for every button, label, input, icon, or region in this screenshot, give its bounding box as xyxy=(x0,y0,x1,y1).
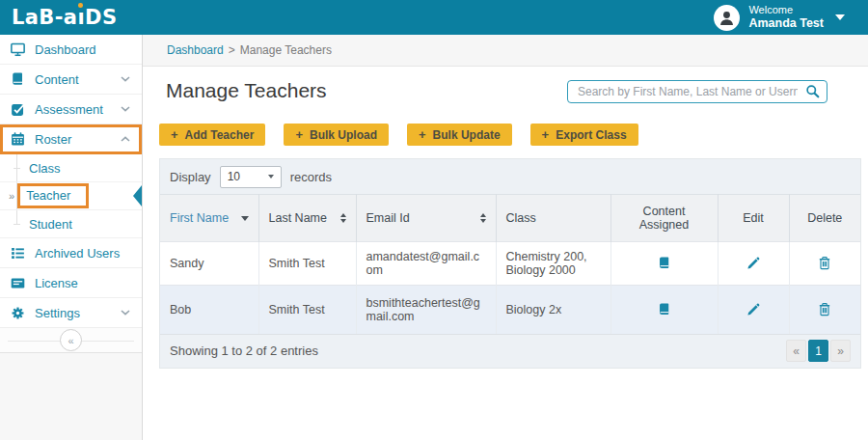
cell-class: Biology 2x xyxy=(496,286,610,334)
plus-icon: + xyxy=(542,127,550,142)
monitor-icon xyxy=(10,41,26,58)
cell-first-name: Sandy xyxy=(160,242,258,286)
edit-pencil-icon[interactable] xyxy=(746,256,761,271)
sidebar-label-student: Student xyxy=(29,217,72,232)
pagination-page-1-button[interactable]: 1 xyxy=(808,340,828,362)
column-header-content-assigned: Content Assigned xyxy=(610,195,718,242)
delete-trash-icon[interactable] xyxy=(817,256,832,271)
page-size-select[interactable]: 10 xyxy=(220,166,282,188)
sidebar-item-roster[interactable]: Roster xyxy=(0,124,142,154)
bulk-update-label: Bulk Update xyxy=(433,128,501,142)
edit-header-label: Edit xyxy=(743,211,764,225)
content-assigned-book-icon[interactable] xyxy=(657,302,672,317)
export-class-button[interactable]: +Export Class xyxy=(530,124,638,146)
page-size-value: 10 xyxy=(228,170,240,183)
add-teacher-label: Add Teacher xyxy=(185,128,255,142)
plus-icon: + xyxy=(295,127,303,142)
sidebar-item-content[interactable]: Content xyxy=(0,65,142,95)
page-title: Manage Teachers xyxy=(166,79,327,102)
chevron-up-icon xyxy=(121,136,130,142)
search-icon[interactable] xyxy=(805,84,820,98)
list-icon xyxy=(10,245,26,261)
user-chevron-down-icon xyxy=(835,14,845,20)
column-header-last-name[interactable]: Last Name xyxy=(258,195,356,242)
sidebar-collapse-button[interactable]: « xyxy=(60,329,82,351)
plus-icon: + xyxy=(419,127,426,142)
column-header-first-name[interactable]: First Name xyxy=(160,195,258,242)
sidebar-label-assessment: Assessment xyxy=(35,102,103,117)
cell-edit xyxy=(718,286,789,334)
username: Amanda Test xyxy=(748,16,824,31)
sidebar: Dashboard Content Assessment Roster Clas… xyxy=(0,35,143,440)
sidebar-label-license: License xyxy=(35,276,78,290)
cell-last-name: Smith Test xyxy=(258,286,356,334)
sidebar-item-student[interactable]: Student xyxy=(0,210,142,238)
cell-class: Chemistry 200, Biology 2000 xyxy=(496,242,610,286)
sidebar-item-class[interactable]: Class xyxy=(0,154,142,182)
cell-delete xyxy=(789,286,860,334)
class-header-label: Class xyxy=(506,211,536,225)
sidebar-footer-area xyxy=(0,353,142,440)
teachers-table: First Name Last Name Email Id Class Cont… xyxy=(160,194,860,334)
content-assigned-book-icon[interactable] xyxy=(657,256,672,271)
breadcrumb-dashboard-link[interactable]: Dashboard xyxy=(167,43,224,57)
plus-icon: + xyxy=(171,127,178,142)
search-input[interactable] xyxy=(567,80,827,103)
sort-icon xyxy=(340,213,346,223)
cell-content-assigned xyxy=(610,242,718,286)
email-id-header-label: Email Id xyxy=(366,211,410,225)
table-footer: Showing 1 to 2 of 2 entries « 1 » xyxy=(160,334,860,368)
pagination: « 1 » xyxy=(786,340,851,362)
main-content: Dashboard > Manage Teachers Manage Teach… xyxy=(143,35,868,440)
sidebar-item-archived-users[interactable]: Archived Users xyxy=(0,238,142,268)
avatar xyxy=(714,5,740,31)
pagination-next-button[interactable]: » xyxy=(830,340,851,362)
welcome-label: Welcome xyxy=(748,4,824,16)
cell-first-name: Bob xyxy=(160,286,258,334)
pagination-prev-button[interactable]: « xyxy=(786,340,806,362)
sidebar-item-license[interactable]: License xyxy=(0,268,142,298)
active-item-marker: » xyxy=(9,190,14,202)
bulk-upload-button[interactable]: +Bulk Upload xyxy=(284,124,389,146)
table-header-row: First Name Last Name Email Id Class Cont… xyxy=(160,195,860,242)
sidebar-label-archived-users: Archived Users xyxy=(35,246,120,261)
title-bar: Manage Teachers xyxy=(143,67,868,103)
table-row: Bob Smith Test bsmithteachertest@gmail.c… xyxy=(160,286,860,334)
cell-email: amandatest@gmail.com xyxy=(356,242,496,286)
add-teacher-button[interactable]: +Add Teacher xyxy=(159,124,265,146)
sidebar-label-class: Class xyxy=(29,161,61,176)
edit-pencil-icon[interactable] xyxy=(746,302,761,317)
delete-trash-icon[interactable] xyxy=(817,302,832,317)
license-card-icon xyxy=(10,275,26,291)
breadcrumb: Dashboard > Manage Teachers xyxy=(143,35,868,67)
chevron-down-icon xyxy=(121,106,130,112)
sidebar-label-roster: Roster xyxy=(35,132,71,147)
bulk-upload-label: Bulk Upload xyxy=(310,128,377,142)
breadcrumb-current: Manage Teachers xyxy=(240,43,332,57)
sort-desc-icon xyxy=(241,216,249,221)
sidebar-collapse-row: « xyxy=(0,328,142,353)
column-header-delete: Delete xyxy=(789,195,860,242)
bulk-update-button[interactable]: +Bulk Update xyxy=(407,124,512,146)
chevron-down-icon xyxy=(121,310,130,316)
user-menu[interactable]: Welcome Amanda Test xyxy=(714,4,845,31)
teachers-table-panel: Display 10 records First Name Last Name xyxy=(159,158,861,369)
sidebar-label-teacher: Teacher xyxy=(26,188,70,203)
export-class-label: Export Class xyxy=(556,128,626,142)
sidebar-item-settings[interactable]: Settings xyxy=(0,298,142,328)
sidebar-label-content: Content xyxy=(35,72,79,87)
sidebar-label-settings: Settings xyxy=(35,306,80,320)
logo-text-pre: LaB-a xyxy=(12,6,77,29)
action-buttons: +Add Teacher +Bulk Upload +Bulk Update +… xyxy=(143,103,868,146)
entries-info: Showing 1 to 2 of 2 entries xyxy=(170,344,318,358)
column-header-email-id[interactable]: Email Id xyxy=(356,195,496,242)
sidebar-item-dashboard[interactable]: Dashboard xyxy=(0,35,142,65)
top-header: LaB-aıDS Welcome Amanda Test xyxy=(0,0,868,35)
lab-aids-logo[interactable]: LaB-aıDS xyxy=(12,0,117,35)
logo-i-letter: ı xyxy=(77,0,85,35)
display-records-bar: Display 10 records xyxy=(160,159,860,194)
active-page-pointer-icon xyxy=(133,185,142,206)
sidebar-item-teacher[interactable]: » Teacher xyxy=(0,182,142,210)
sidebar-item-assessment[interactable]: Assessment xyxy=(0,95,142,124)
cell-email: bsmithteachertest@gmail.com xyxy=(356,286,496,334)
